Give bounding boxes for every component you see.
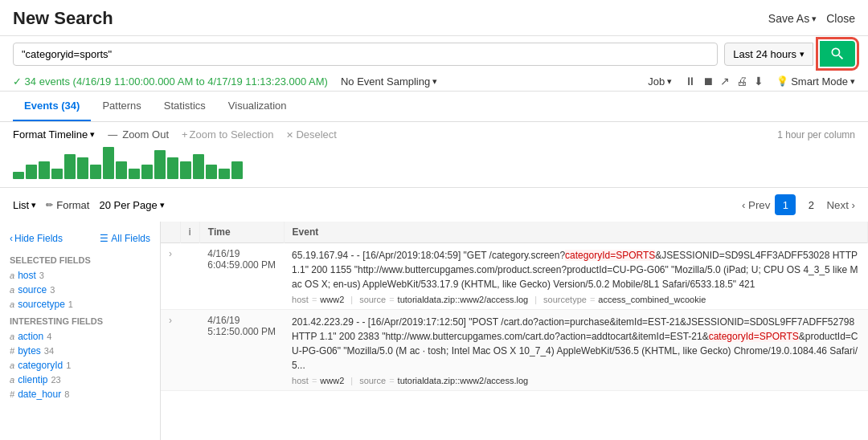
page-num-1[interactable]: 1 <box>775 194 796 215</box>
tab-patterns[interactable]: Patterns <box>91 92 152 121</box>
search-input[interactable] <box>22 48 709 60</box>
field-name: source <box>18 284 47 295</box>
timeline-bar <box>167 157 178 179</box>
timeline-bar <box>39 161 50 179</box>
save-as-button[interactable]: Save As <box>768 12 817 25</box>
timeline-bar <box>103 147 114 179</box>
timeline-bar <box>51 169 63 179</box>
prev-page-button[interactable]: Prev <box>742 199 771 211</box>
close-button[interactable]: Close <box>826 12 855 25</box>
field-count: 1 <box>66 361 71 370</box>
main-content: Hide Fields All Fields SELECTED FIELDS a… <box>0 222 868 440</box>
timeline-bar <box>154 150 166 179</box>
event-summary: ✓ 34 events (4/16/19 11:00:00.000 AM to … <box>0 71 868 92</box>
timeline-bar <box>116 161 127 179</box>
field-name: date_hour <box>18 389 61 400</box>
time-range-button[interactable]: Last 24 hours <box>724 43 813 66</box>
interesting-fields-title: INTERESTING FIELDS <box>0 312 160 329</box>
hide-fields-button[interactable]: Hide Fields <box>10 233 63 244</box>
header-actions: Save As Close <box>768 12 855 25</box>
events-tbody: › 4/16/196:04:59.000 PM 65.19.167.94 - -… <box>161 243 868 391</box>
sidebar-field-action[interactable]: a action 4 <box>0 329 160 344</box>
timeline-bar <box>193 154 204 179</box>
field-count: 4 <box>47 332 51 341</box>
tab-statistics[interactable]: Statistics <box>153 92 217 121</box>
info-cell <box>180 310 199 391</box>
no-event-sampling-button[interactable]: No Event Sampling <box>341 75 437 88</box>
meta-key: sourcetype <box>543 295 587 304</box>
field-name: sourcetype <box>18 299 65 310</box>
list-button[interactable]: List <box>13 199 36 211</box>
event-count-label: ✓ 34 events (4/16/19 11:00:00.000 AM to … <box>13 75 328 88</box>
sidebar-field-host[interactable]: a host 3 <box>0 268 160 283</box>
table-controls: List Format 20 Per Page Prev 1 2 Next <box>0 188 868 222</box>
meta-item: host = www2 <box>292 376 344 385</box>
timeline-scale-label: 1 hour per column <box>777 129 855 141</box>
zoom-to-selection-button[interactable]: Zoom to Selection <box>182 128 273 141</box>
meta-key: source <box>359 295 386 304</box>
table-header-row: i Time Event <box>161 222 868 243</box>
selected-fields-list: a host 3a source 3a sourcetype 1 <box>0 268 160 312</box>
field-count: 8 <box>64 389 69 399</box>
tabs: Events (34) Patterns Statistics Visualiz… <box>0 92 868 122</box>
format-timeline-button[interactable]: Format Timeline <box>13 128 95 141</box>
expand-cell[interactable]: › <box>161 243 180 310</box>
smart-mode-button[interactable]: Smart Mode <box>776 75 855 88</box>
field-count: 34 <box>44 346 54 356</box>
table-row: › 4/16/195:12:50.000 PM 201.42.223.29 - … <box>161 310 868 391</box>
job-button[interactable]: Job <box>648 75 672 88</box>
all-fields-button[interactable]: All Fields <box>100 233 150 244</box>
table-row: › 4/16/196:04:59.000 PM 65.19.167.94 - -… <box>161 243 868 310</box>
sidebar: Hide Fields All Fields SELECTED FIELDS a… <box>0 222 161 440</box>
search-icon <box>829 46 845 62</box>
pause-icon[interactable]: ⏸ <box>685 75 696 88</box>
field-type: a <box>10 299 14 309</box>
format-button[interactable]: Format <box>46 199 89 211</box>
events-table: i Time Event › 4/16/196:04:59.000 PM 65.… <box>161 222 868 391</box>
search-button[interactable] <box>820 41 855 67</box>
field-count: 3 <box>50 285 55 295</box>
print-icon[interactable]: 🖨 <box>736 75 747 88</box>
zoom-out-button[interactable]: Zoom Out <box>108 128 169 141</box>
field-name: categoryId <box>18 360 63 371</box>
meta-val: www2 <box>320 376 344 385</box>
field-type: # <box>10 389 14 399</box>
download-icon[interactable]: ⬇ <box>754 75 764 88</box>
field-count: 1 <box>68 299 73 309</box>
timeline-chart <box>0 147 868 187</box>
time-cell: 4/16/196:04:59.000 PM <box>199 243 284 310</box>
next-page-button[interactable]: Next <box>826 199 855 211</box>
field-type: a <box>10 285 14 295</box>
event-text: 201.42.223.29 - - [16/Apr/2019:17:12:50]… <box>292 315 859 373</box>
stop-icon[interactable]: ⏹ <box>702 75 714 88</box>
meta-key: host <box>292 376 309 385</box>
th-time: Time <box>199 222 284 243</box>
sidebar-field-source[interactable]: a source 3 <box>0 283 160 297</box>
search-bar: Last 24 hours <box>0 36 868 71</box>
sidebar-field-bytes[interactable]: # bytes 34 <box>0 344 160 358</box>
sidebar-field-sourcetype[interactable]: a sourcetype 1 <box>0 297 160 312</box>
tab-visualization[interactable]: Visualization <box>217 92 298 121</box>
meta-val: www2 <box>320 295 344 304</box>
th-event: Event <box>284 222 867 243</box>
timeline-bar <box>231 161 243 179</box>
event-text: 65.19.167.94 - - [16/Apr/2019:18:04:59] … <box>292 248 859 291</box>
selected-fields-title: SELECTED FIELDS <box>0 251 160 268</box>
timeline-bar <box>26 165 37 179</box>
field-count: 23 <box>51 375 60 385</box>
th-expand <box>161 222 180 243</box>
meta-val: access_combined_wcookie <box>598 295 706 304</box>
sidebar-header: Hide Fields All Fields <box>0 230 160 251</box>
sidebar-field-categoryId[interactable]: a categoryId 1 <box>0 358 160 373</box>
per-page-button[interactable]: 20 Per Page <box>99 199 164 211</box>
tab-events[interactable]: Events (34) <box>13 92 91 121</box>
highlighted-text: categoryId=SPORTS <box>565 250 655 261</box>
deselect-button[interactable]: Deselect <box>286 128 337 141</box>
search-input-wrap <box>13 43 718 66</box>
expand-cell[interactable]: › <box>161 310 180 391</box>
page-num-2[interactable]: 2 <box>800 194 821 215</box>
sidebar-field-date_hour[interactable]: # date_hour 8 <box>0 387 160 401</box>
share-icon[interactable]: ↗ <box>720 75 730 88</box>
sidebar-field-clientip[interactable]: a clientip 23 <box>0 373 160 387</box>
timeline-bar <box>129 169 140 179</box>
